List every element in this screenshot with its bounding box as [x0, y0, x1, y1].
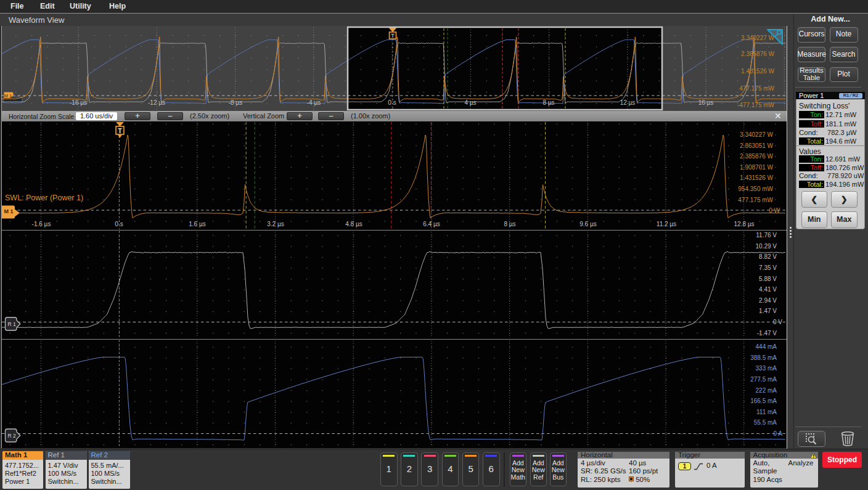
svg-text:3.340227 W: 3.340227 W	[740, 131, 773, 138]
svg-text:5.88 V: 5.88 V	[759, 276, 777, 282]
svg-text:333 mA: 333 mA	[756, 365, 777, 372]
svg-text:8 µs: 8 µs	[504, 221, 515, 227]
svg-text:1.431526 W: 1.431526 W	[741, 68, 774, 75]
svg-text:R 1: R 1	[7, 321, 16, 327]
svg-text:-12 µs: -12 µs	[148, 99, 165, 106]
svg-text:55.5 mA: 55.5 mA	[754, 419, 777, 426]
svg-text:0 A: 0 A	[774, 430, 783, 437]
svg-text:11.76 V: 11.76 V	[756, 232, 777, 239]
svg-text:166.5 mA: 166.5 mA	[750, 398, 777, 404]
svg-text:12 µs: 12 µs	[620, 99, 636, 106]
svg-text:477.175 mW: 477.175 mW	[738, 197, 773, 203]
svg-text:2.385876 W: 2.385876 W	[741, 51, 774, 57]
svg-text:0 s: 0 s	[115, 221, 123, 227]
svg-text:1.47 V: 1.47 V	[759, 308, 777, 314]
svg-text:-1.47 V: -1.47 V	[757, 330, 777, 337]
svg-text:111 mA: 111 mA	[756, 409, 777, 415]
svg-text:-4 µs: -4 µs	[307, 99, 321, 106]
svg-text:277.5 mA: 277.5 mA	[750, 376, 777, 383]
svg-text:2.385876 W: 2.385876 W	[740, 153, 773, 160]
svg-text:7.35 V: 7.35 V	[759, 264, 777, 271]
svg-text:222 mA: 222 mA	[756, 387, 777, 394]
svg-text:3.340227 W: 3.340227 W	[741, 35, 774, 41]
svg-text:0 V: 0 V	[773, 319, 782, 325]
svg-text:1.908701 W: 1.908701 W	[740, 164, 773, 171]
svg-text:0 W: 0 W	[769, 207, 780, 214]
svg-text:388.5 mA: 388.5 mA	[750, 354, 777, 361]
svg-text:M 1: M 1	[4, 93, 12, 99]
svg-text:477.175 mW: 477.175 mW	[739, 85, 774, 92]
svg-text:-16 µs: -16 µs	[70, 99, 87, 106]
svg-text:4.8 µs: 4.8 µs	[345, 221, 362, 227]
svg-text:4.41 V: 4.41 V	[759, 286, 777, 293]
svg-text:-1.6 µs: -1.6 µs	[32, 221, 51, 227]
svg-text:8.82 V: 8.82 V	[759, 253, 777, 260]
svg-text:6.4 µs: 6.4 µs	[423, 221, 440, 227]
svg-text:10.29 V: 10.29 V	[756, 243, 777, 250]
svg-text:9.6 µs: 9.6 µs	[579, 221, 596, 227]
svg-text:0 s: 0 s	[388, 99, 396, 106]
svg-text:444 mA: 444 mA	[756, 343, 777, 350]
svg-text:16 µs: 16 µs	[698, 99, 714, 106]
svg-text:-8 µs: -8 µs	[229, 99, 242, 106]
svg-text:M 1: M 1	[4, 208, 13, 214]
svg-text:8 µs: 8 µs	[542, 99, 554, 106]
svg-text:1.431526 W: 1.431526 W	[740, 174, 773, 181]
svg-text:954.350 mW: 954.350 mW	[738, 186, 773, 192]
svg-text:3.2 µs: 3.2 µs	[267, 221, 284, 227]
svg-text:11.2 µs: 11.2 µs	[657, 221, 676, 227]
svg-text:12.8 µs: 12.8 µs	[734, 221, 754, 227]
svg-text:T: T	[118, 128, 121, 134]
svg-text:SWL: Power (Power 1): SWL: Power (Power 1)	[5, 194, 83, 202]
svg-text:4 µs: 4 µs	[464, 99, 476, 106]
svg-text:T: T	[391, 33, 395, 39]
svg-text:1.6 µs: 1.6 µs	[189, 221, 205, 227]
svg-text:-477.175 mW: -477.175 mW	[737, 102, 775, 108]
svg-text:2.863051 W: 2.863051 W	[740, 142, 773, 149]
svg-text:2.94 V: 2.94 V	[759, 297, 777, 304]
svg-text:R 2: R 2	[7, 433, 16, 439]
